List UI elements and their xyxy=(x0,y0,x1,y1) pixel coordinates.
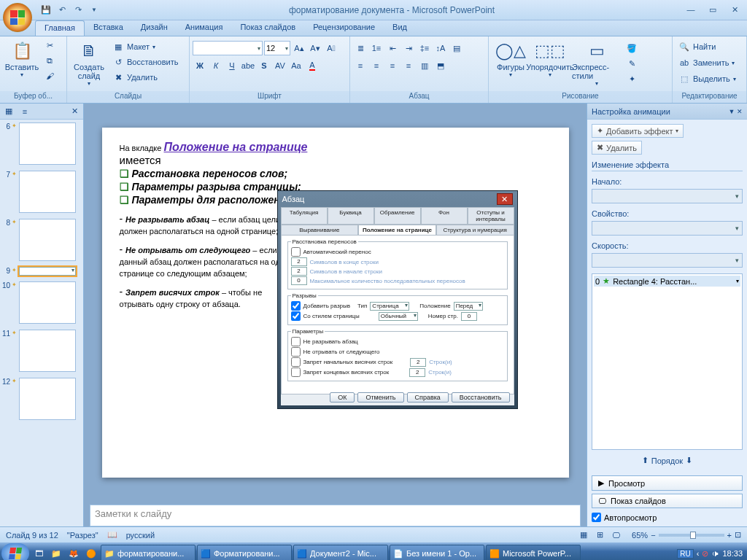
dialog-tab[interactable]: Выравнивание xyxy=(281,225,359,236)
slide-canvas[interactable]: На вкладке Положение на странице имеется… xyxy=(102,128,569,478)
property-dropdown[interactable]: ▾ xyxy=(592,221,743,236)
tray-alert-icon[interactable]: ⊘ xyxy=(702,549,708,559)
strike-icon[interactable]: abe xyxy=(241,58,255,73)
tab-design[interactable]: Дизайн xyxy=(132,20,177,36)
spellcheck-icon[interactable]: 📖 xyxy=(107,530,117,540)
dialog-tab[interactable]: Табуляция xyxy=(281,207,328,225)
keep-next-checkbox[interactable] xyxy=(291,347,301,357)
bold-icon[interactable]: Ж xyxy=(193,58,207,73)
remove-effect-button[interactable]: ✖Удалить xyxy=(592,141,642,155)
indent-inc-icon[interactable]: ⇥ xyxy=(401,41,416,55)
tray-volume-icon[interactable]: 🕩 xyxy=(711,549,719,558)
add-break-checkbox[interactable] xyxy=(291,301,301,311)
tab-slideshow[interactable]: Показ слайдов xyxy=(231,20,304,36)
align-left-icon[interactable]: ≡ xyxy=(353,58,368,73)
slide-thumbnail[interactable] xyxy=(19,122,76,165)
speed-dropdown[interactable]: ▾ xyxy=(592,253,743,268)
move-up-icon[interactable]: ⬆ xyxy=(642,456,649,465)
indent-dec-icon[interactable]: ⇤ xyxy=(385,41,400,55)
dialog-tab[interactable]: Буквица xyxy=(328,207,374,225)
ok-button[interactable]: ОК xyxy=(330,392,355,402)
clock[interactable]: 18:33 xyxy=(722,549,743,558)
dialog-tab[interactable]: Обрамление xyxy=(374,207,421,225)
grow-font-icon[interactable]: A▴ xyxy=(292,41,306,55)
cut-icon[interactable]: ✂ xyxy=(42,38,57,52)
dialog-tab[interactable]: Фон xyxy=(421,207,468,225)
animation-list[interactable]: 0 ★ Rectangle 4: Расстан... ▾ xyxy=(592,273,743,450)
close-icon[interactable]: ✕ xyxy=(497,193,513,205)
columns-icon[interactable]: ▥ xyxy=(417,58,432,73)
outline-tab-icon[interactable]: ≡ xyxy=(19,106,31,117)
align-center-icon[interactable]: ≡ xyxy=(369,58,384,73)
reset-button[interactable]: ↺Восстановить xyxy=(109,55,181,69)
tab-insert[interactable]: Вставка xyxy=(85,20,132,36)
dialog-tab[interactable]: Отступы и интервалы xyxy=(468,207,514,225)
tray-expand-icon[interactable]: ‹ xyxy=(697,549,700,558)
taskbar-item[interactable]: 📁форматировани... xyxy=(101,545,196,560)
shadow-icon[interactable]: S xyxy=(257,58,271,73)
chevron-down-icon[interactable]: ▾ xyxy=(736,278,739,284)
widow1-checkbox[interactable] xyxy=(291,357,301,367)
qat-menu-icon[interactable]: ▼ xyxy=(88,4,101,17)
slide-thumbnail[interactable] xyxy=(19,330,76,372)
quick-styles-button[interactable]: ▭Экспресс-стили▾ xyxy=(570,38,623,88)
slide-thumbnail[interactable] xyxy=(19,171,76,213)
break-type-select[interactable]: Страница xyxy=(370,302,409,311)
tab-animation[interactable]: Анимация xyxy=(177,20,232,36)
slide-thumbnail[interactable] xyxy=(19,281,76,324)
shape-effects-icon[interactable]: ✦ xyxy=(624,71,639,86)
layout-button[interactable]: ▦Макет ▾ xyxy=(109,39,181,54)
page-no-spinner[interactable]: 0 xyxy=(461,312,477,321)
office-button[interactable] xyxy=(3,3,32,32)
slideshow-view-icon[interactable]: 🖵 xyxy=(608,528,623,542)
preview-button[interactable]: ▶Просмотр xyxy=(592,475,743,491)
help-button[interactable]: Справка xyxy=(407,392,449,402)
format-painter-icon[interactable]: 🖌 xyxy=(42,69,57,83)
char-spacing-icon[interactable]: AV xyxy=(273,58,287,73)
language-indicator[interactable]: RU xyxy=(677,549,693,559)
minimize-button[interactable]: — xyxy=(683,5,699,15)
slide-thumbnail[interactable] xyxy=(19,378,76,420)
page-style-select[interactable]: Обычный xyxy=(379,312,418,321)
zoom-out-icon[interactable]: − xyxy=(651,531,655,540)
normal-view-icon[interactable]: ▦ xyxy=(576,528,591,542)
change-case-icon[interactable]: Aa xyxy=(289,58,303,73)
break-pos-select[interactable]: Перед xyxy=(454,302,483,311)
paste-button[interactable]: 📋 Вставить▾ xyxy=(3,38,41,79)
dialog-tab[interactable]: Положение на странице xyxy=(358,225,436,236)
replace-button[interactable]: abЗаменить ▾ xyxy=(676,55,738,70)
with-style-checkbox[interactable] xyxy=(291,311,301,321)
bullets-icon[interactable]: ≣ xyxy=(353,41,368,55)
tab-home[interactable]: Главная xyxy=(35,20,85,36)
shape-outline-icon[interactable]: ✎ xyxy=(624,56,639,71)
add-effect-button[interactable]: ✦Добавить эффект ▾ xyxy=(592,124,684,138)
undo-icon[interactable]: ↶ xyxy=(55,4,69,17)
align-text-icon[interactable]: ▤ xyxy=(449,41,464,55)
align-right-icon[interactable]: ≡ xyxy=(385,58,400,73)
dialog-tab[interactable]: Структура и нумерация xyxy=(436,225,514,236)
copy-icon[interactable]: ⧉ xyxy=(42,53,57,68)
line-spacing-icon[interactable]: ‡≡ xyxy=(417,41,432,55)
show-desktop-icon[interactable]: 🗔 xyxy=(31,545,47,560)
maximize-button[interactable]: ▭ xyxy=(705,5,721,15)
redo-icon[interactable]: ↷ xyxy=(71,4,85,17)
zoom-in-icon[interactable]: + xyxy=(727,531,732,540)
arrange-button[interactable]: ⬚⬚Упорядочить▾ xyxy=(531,38,569,79)
restore-button[interactable]: Восстановить xyxy=(452,392,510,402)
sorter-view-icon[interactable]: ⊞ xyxy=(592,528,607,542)
justify-icon[interactable]: ≡ xyxy=(401,58,416,73)
fit-window-icon[interactable]: ⊡ xyxy=(735,530,741,540)
font-size-combo[interactable]: ▾ xyxy=(264,41,290,55)
taskbar-item[interactable]: 🟦Документ2 - Mic... xyxy=(293,545,388,560)
media-icon[interactable]: 🟠 xyxy=(83,545,99,560)
tab-review[interactable]: Рецензирование xyxy=(304,20,384,36)
text-direction-icon[interactable]: ↕A xyxy=(433,41,448,55)
taskbar-item[interactable]: 🟦Форматировани... xyxy=(197,545,292,560)
start-dropdown[interactable]: ▾ xyxy=(592,189,743,203)
shape-fill-icon[interactable]: 🪣 xyxy=(624,41,639,55)
explorer-icon[interactable]: 📁 xyxy=(48,545,64,560)
zoom-label[interactable]: 65% xyxy=(632,531,648,540)
animation-item[interactable]: 0 ★ Rectangle 4: Расстан... ▾ xyxy=(594,276,740,287)
shapes-button[interactable]: ◯△Фигуры▾ xyxy=(492,38,530,79)
start-button[interactable] xyxy=(1,543,29,560)
